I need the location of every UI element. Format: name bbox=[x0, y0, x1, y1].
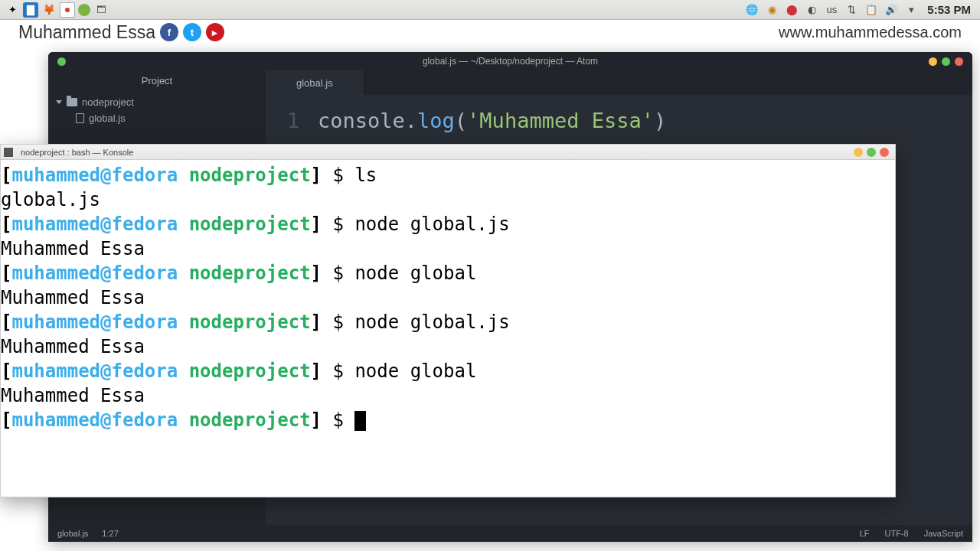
app-icon[interactable] bbox=[78, 4, 90, 16]
status-encoding[interactable]: UTF-8 bbox=[884, 529, 908, 538]
window-button[interactable] bbox=[57, 57, 66, 66]
chevron-down-icon[interactable]: ▾ bbox=[904, 2, 918, 18]
recorder-icon[interactable] bbox=[60, 2, 75, 18]
tray-icon[interactable]: 🌐 bbox=[745, 2, 759, 18]
youtube-icon[interactable]: ▸ bbox=[206, 23, 224, 41]
code-token: ) bbox=[654, 109, 666, 132]
status-file: global.js bbox=[57, 529, 88, 538]
facebook-icon[interactable]: f bbox=[160, 23, 178, 41]
tree-folder[interactable]: nodeproject bbox=[48, 94, 266, 110]
status-language[interactable]: JavaScript bbox=[924, 529, 963, 538]
code-area[interactable]: 1 console.log('Muhammed Essa') bbox=[266, 95, 972, 146]
editor-tab[interactable]: global.js bbox=[266, 70, 364, 95]
tray-icon[interactable]: ◉ bbox=[765, 2, 779, 18]
terminal-icon bbox=[4, 148, 13, 157]
terminal-window: nodeproject : bash — Konsole [muhammed@f… bbox=[0, 144, 896, 497]
record-icon[interactable]: ⬤ bbox=[785, 2, 799, 18]
folder-icon bbox=[67, 98, 77, 106]
sidebar-header: Project bbox=[48, 70, 266, 91]
tray-icon[interactable]: ◐ bbox=[805, 2, 818, 18]
atom-statusbar: global.js 1:27 LF UTF-8 JavaScript bbox=[48, 525, 972, 542]
code-token: 'Muhammed Essa' bbox=[467, 109, 654, 132]
terminal-title: nodeproject : bash — Konsole bbox=[21, 148, 133, 157]
maximize-button[interactable] bbox=[867, 148, 876, 157]
close-button[interactable] bbox=[955, 57, 963, 66]
chevron-down-icon bbox=[56, 100, 62, 104]
branding-bar: Muhammed Essa f t ▸ www.muhammedessa.com bbox=[0, 20, 980, 44]
network-icon[interactable]: ⇅ bbox=[844, 2, 858, 18]
firefox-icon[interactable]: 🦊 bbox=[41, 2, 57, 18]
status-cursor-pos: 1:27 bbox=[102, 529, 118, 538]
minimize-button[interactable] bbox=[929, 57, 937, 66]
website-url: www.muhammedessa.com bbox=[779, 24, 962, 41]
minimize-button[interactable] bbox=[854, 148, 863, 157]
files-icon[interactable]: ▇ bbox=[23, 2, 38, 18]
code-token: console bbox=[318, 109, 405, 132]
volume-icon[interactable]: 🔊 bbox=[884, 2, 898, 18]
close-button[interactable] bbox=[880, 148, 889, 157]
terminal-titlebar[interactable]: nodeproject : bash — Konsole bbox=[1, 145, 895, 160]
folder-label: nodeproject bbox=[82, 96, 134, 108]
twitter-icon[interactable]: t bbox=[183, 23, 201, 41]
code-token: log bbox=[417, 109, 455, 132]
activities-icon[interactable]: ✦ bbox=[5, 2, 20, 18]
clipboard-icon[interactable]: 📋 bbox=[864, 2, 878, 18]
file-label: global.js bbox=[89, 112, 126, 124]
terminal-output[interactable]: [muhammed@fedora nodeproject] $ ls globa… bbox=[1, 160, 895, 432]
editor-tabs: global.js bbox=[266, 70, 972, 95]
system-taskbar: ✦ ▇ 🦊 🗔 🌐 ◉ ⬤ ◐ us ⇅ 📋 🔊 ▾ 5:53 PM bbox=[0, 0, 980, 20]
app-icon-2[interactable]: 🗔 bbox=[93, 2, 109, 18]
tree-file[interactable]: global.js bbox=[48, 110, 266, 126]
code-token: ( bbox=[455, 109, 467, 132]
author-name: Muhammed Essa bbox=[18, 22, 155, 43]
keyboard-layout[interactable]: us bbox=[825, 2, 838, 18]
file-icon bbox=[76, 113, 84, 123]
line-number: 1 bbox=[283, 109, 318, 132]
atom-titlebar[interactable]: global.js — ~/Desktop/nodeproject — Atom bbox=[48, 52, 972, 70]
code-token: . bbox=[405, 109, 417, 132]
status-eol[interactable]: LF bbox=[860, 529, 870, 538]
maximize-button[interactable] bbox=[942, 57, 950, 66]
clock[interactable]: 5:53 PM bbox=[927, 3, 971, 16]
atom-title: global.js — ~/Desktop/nodeproject — Atom bbox=[423, 56, 598, 67]
